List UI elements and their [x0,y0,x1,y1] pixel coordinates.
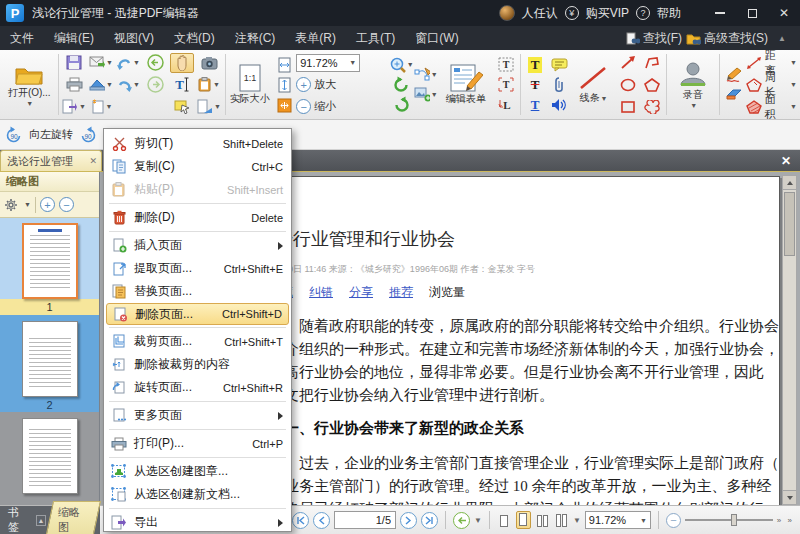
user-avatar[interactable] [499,5,515,21]
menu-form[interactable]: 表单(R) [285,26,346,50]
line-tool-button[interactable]: 线条▼ [571,65,616,105]
edit-annotation-button[interactable]: ▼ [197,97,221,117]
text-select-button[interactable]: T [170,75,194,95]
edit-text-button[interactable]: T [494,75,518,95]
rotate-left-label[interactable]: 向左旋转 [29,127,73,142]
thumb-zoom-out-button[interactable]: − [59,197,74,212]
typewriter-button[interactable]: L [494,95,518,115]
options-gear-icon[interactable] [4,198,19,212]
scroll-down-button[interactable] [783,490,796,504]
fit-visible-button[interactable] [272,95,296,115]
previous-view-button[interactable] [143,53,167,73]
context-doc-from-selection[interactable]: 从选区创建新文档... [106,483,289,506]
context-export[interactable]: 导出 [106,511,289,534]
sticky-note-button[interactable] [547,55,571,75]
page-1-thumbnail[interactable] [22,223,78,299]
measure-area-button[interactable]: 面积▼ [746,96,797,118]
rotate-view-right-button[interactable] [390,95,414,115]
zoom-combo[interactable]: 91.72%▼ [296,54,360,72]
email-button[interactable]: ▼ [89,53,113,73]
sound-comment-button[interactable] [547,95,571,115]
context-more-pages[interactable]: 更多页面 [106,404,289,427]
help-button[interactable]: 帮助 [657,5,681,22]
context-rotate-pages[interactable]: 旋转页面...Ctrl+Shift+R [106,376,289,399]
next-view-button[interactable] [143,75,167,95]
slider-zoom-out-button[interactable]: − [666,513,681,528]
rotate-left-90-icon[interactable]: 90 [3,124,25,146]
context-print[interactable]: 打印(P)...Ctrl+P [106,432,289,455]
bookmarks-tab[interactable]: 书签 [3,503,33,534]
advanced-find-button[interactable]: 高级查找(S) [686,30,768,47]
context-crop-pages[interactable]: 裁剪页面...Ctrl+Shift+T [106,330,289,353]
buy-vip-button[interactable]: 购买VIP [586,5,629,22]
menu-comment[interactable]: 注释(C) [225,26,286,50]
attach-file-button[interactable] [547,75,571,95]
view-history-dropdown-icon[interactable]: ▼ [474,516,482,525]
print-button[interactable] [62,75,86,95]
zoom-slider[interactable] [685,519,773,521]
context-insert-pages[interactable]: 插入页面 [106,234,289,257]
thumb-zoom-in-button[interactable]: + [40,197,55,212]
export-doc-button[interactable]: ▼ [62,97,86,117]
two-page-continuous-layout-button[interactable] [554,511,569,529]
vertical-scrollbar[interactable] [782,175,797,505]
marquee-zoom-button[interactable]: ▼ [390,55,414,75]
scrollbar-thumb[interactable] [784,192,795,256]
menu-edit[interactable]: 编辑(E) [44,26,104,50]
open-button[interactable]: 打开(O)... ▼ [3,62,56,107]
page-3-thumbnail[interactable] [22,418,78,494]
rectangle-tool-button[interactable] [616,97,640,117]
thumbnail-item-3[interactable] [0,412,99,505]
zoom-in-button[interactable]: + 放大 [296,74,389,96]
fit-width-button[interactable] [272,55,296,75]
two-page-layout-button[interactable] [535,511,550,529]
context-stamp-from-selection[interactable]: 从选区创建图章... [106,460,289,483]
highlight-text-button[interactable]: T [523,55,547,75]
close-button[interactable]: ✕ [768,0,800,26]
scroll-up-button[interactable] [783,176,796,190]
context-copy[interactable]: 复制(C)Ctrl+C [106,155,289,178]
redo-button[interactable]: ▼ [116,75,140,95]
menu-document[interactable]: 文档(D) [164,26,225,50]
maximize-button[interactable] [736,0,768,26]
hand-tool-button[interactable] [170,53,194,73]
slider-more-icon[interactable]: » [777,516,781,525]
add-image-button[interactable]: ▼ [414,85,438,105]
scan-button[interactable]: ▼ [89,75,113,95]
last-page-button[interactable] [421,512,438,529]
page-number-input[interactable] [334,511,396,529]
find-button[interactable]: 查找(F) [626,30,682,47]
clipboard-button[interactable]: ▼ [197,75,221,95]
context-paste[interactable]: 粘贴(P)Shift+Insert [106,178,289,201]
toolbar-collapse-icon[interactable]: ▲ [778,34,786,43]
context-replace-pages[interactable]: 替换页面... [106,280,289,303]
statusbar-more-icon[interactable]: » [788,516,800,525]
pencil-tool-button[interactable] [722,65,746,85]
thumbnails-tab[interactable]: 缩略图 [45,501,101,534]
page-2-thumbnail[interactable] [22,321,78,397]
thumbnail-item-1[interactable] [0,218,99,299]
undo-button[interactable]: ▼ [116,53,140,73]
save-button[interactable] [62,53,86,73]
thumbnail-item-2[interactable]: 2 [0,315,99,412]
previous-view-status-button[interactable] [453,512,470,529]
arrow-tool-button[interactable] [616,53,640,73]
cloud-tool-button[interactable] [640,97,664,117]
underline-text-button[interactable]: T [523,95,547,115]
menu-tools[interactable]: 工具(T) [346,26,405,50]
next-page-button[interactable] [400,512,417,529]
context-cut[interactable]: 剪切(T)Shift+Delete [106,132,289,155]
document-tab[interactable]: 浅论行业管理 ✕ [0,150,102,171]
add-textbox-button[interactable]: T [494,55,518,75]
actual-size-button[interactable]: 1:1 实际大小 [227,64,272,106]
snapshot-button[interactable] [197,53,221,73]
menu-file[interactable]: 文件 [0,26,44,50]
polyline-tool-button[interactable] [640,53,664,73]
zoom-slider-knob[interactable] [731,514,737,526]
menu-window[interactable]: 窗口(W) [405,26,468,50]
open-dropdown-icon[interactable]: ▼ [26,100,33,107]
annotation-select-button[interactable] [170,97,194,117]
single-page-layout-button[interactable] [497,511,512,529]
strikethrough-text-button[interactable]: T [523,75,547,95]
rotate-view-left-button[interactable] [390,75,414,95]
